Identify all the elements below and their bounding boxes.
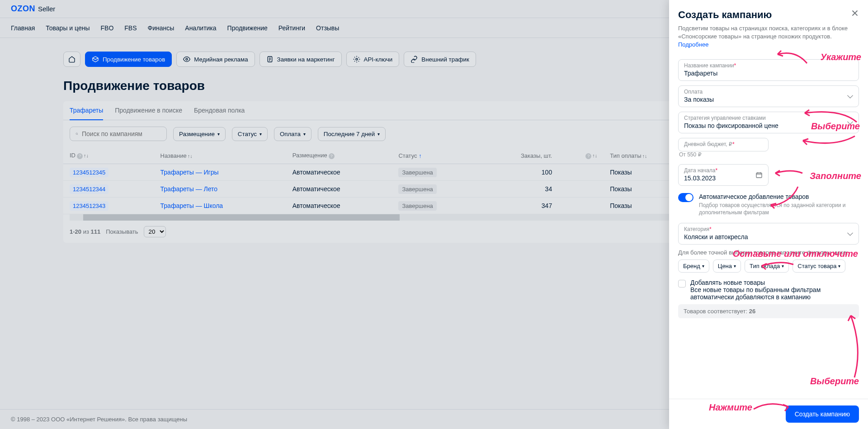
field-label: Дата начала* [684,167,763,174]
panel-description: Подсветим товары на страницах поиска, ка… [678,24,859,49]
learn-more-link[interactable]: Подробнее [678,41,708,48]
date-value: 15.03.2023 [684,174,763,182]
add-new-checkbox[interactable] [678,280,686,288]
strategy-field[interactable]: Стратегия управление ставками Показы по … [678,112,859,133]
auto-add-toggle[interactable] [678,193,693,202]
budget-field[interactable]: Дневной бюджет, ₽* [678,138,769,151]
calendar-icon [755,171,763,179]
add-new-row: Добавлять новые товары Все новые товары … [678,279,859,301]
close-icon [850,8,860,18]
payment-value: За показы [684,96,853,103]
filter-hint: Для более точной выборки товаров заполни… [678,249,859,256]
chevron-down-icon: ▾ [734,264,736,269]
panel-header: Создать кампанию Подсветим товары на стр… [669,0,868,54]
category-value: Коляски и автокресла [684,233,853,240]
add-new-title: Добавлять новые товары [690,279,859,286]
payment-field[interactable]: Оплата За показы [678,85,859,107]
chevron-down-icon: ▾ [702,264,704,269]
auto-add-subtitle: Подбор товаров осуществляется по заданно… [699,202,859,217]
pill-warehouse[interactable]: Тип склада▾ [745,259,789,273]
create-campaign-button[interactable]: Создать кампанию [786,405,859,423]
panel-body: Название кампании* Оплата За показы Стра… [669,54,868,399]
svg-rect-4 [756,173,762,178]
chevron-down-icon: ▾ [782,264,784,269]
start-date-field[interactable]: Дата начала* 15.03.2023 [678,164,769,186]
chevron-down-icon: ▾ [838,264,840,269]
auto-add-row: Автоматическое добавление товаров Подбор… [678,193,859,217]
filter-pills: Бренд▾ Цена▾ Тип склада▾ Статус товара▾ [678,259,859,273]
field-label: Дневной бюджет, ₽* [684,141,763,147]
matching-count: Товаров соответствует: 26 [678,304,859,318]
field-label: Категория* [684,226,853,232]
campaign-name-field[interactable]: Название кампании* [678,59,859,81]
pill-product-status[interactable]: Статус товара▾ [793,259,845,273]
strategy-value: Показы по фиксированной цене [684,122,853,129]
close-button[interactable] [850,8,860,18]
category-field[interactable]: Категория* Коляски и автокресла [678,223,859,245]
panel-title: Создать кампанию [678,9,859,21]
field-label: Название кампании* [684,62,853,69]
field-label: Оплата [684,89,853,95]
field-label: Стратегия управление ставками [684,115,853,121]
panel-footer: Создать кампанию [669,399,868,429]
create-campaign-panel: Создать кампанию Подсветим товары на стр… [669,0,868,429]
campaign-name-input[interactable] [684,70,853,77]
auto-add-title: Автоматическое добавление товаров [699,193,859,200]
budget-hint: От 550 ₽ [679,151,859,158]
pill-price[interactable]: Цена▾ [713,259,741,273]
pill-brand[interactable]: Бренд▾ [678,259,709,273]
add-new-subtitle: Все новые товары по выбранным фильтрам а… [690,286,859,301]
